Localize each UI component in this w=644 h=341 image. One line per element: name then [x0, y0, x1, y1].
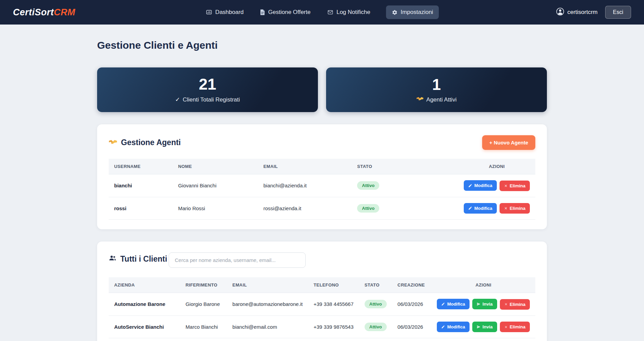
delete-agent-button[interactable]: Elimina — [500, 181, 530, 191]
column-header-creazione: CREAZIONE — [392, 277, 432, 293]
edit-label: Modifica — [447, 301, 465, 307]
logo-text-primary: CertiSort — [13, 7, 54, 17]
client-email: bianchi@email.com — [227, 315, 308, 338]
client-row: Carpenteria Conti S.r.l. Andrea Conti co… — [109, 338, 535, 341]
client-stato: Attivo — [359, 293, 392, 316]
nav-item-impostazioni[interactable]: Impostazioni — [386, 5, 439, 19]
agent-email: rossi@azienda.it — [258, 197, 352, 220]
check-icon: ✓ — [175, 96, 180, 103]
gear-icon — [392, 10, 398, 15]
stat-label-text: Agenti Attivi — [426, 96, 457, 103]
nav-label: Gestione Offerte — [268, 9, 310, 16]
send-client-button[interactable]: Invia — [472, 322, 497, 332]
stat-card-agenti-attivi: 1 Agenti Attivi — [326, 67, 547, 112]
agent-username: rossi — [109, 197, 173, 220]
status-badge: Attivo — [365, 323, 387, 331]
edit-label: Modifica — [447, 324, 465, 329]
client-riferimento: Giorgio Barone — [180, 293, 227, 316]
main-nav: Dashboard Gestione Offerte Log Notifiche — [205, 5, 439, 19]
clients-section: Tutti i Clienti AZIENDA RIFERIMENTO EMAI… — [97, 242, 547, 341]
agents-card-head: Gestione Agenti + Nuovo Agente — [109, 135, 535, 150]
client-azienda: AutoService Bianchi — [109, 315, 180, 338]
client-creazione: 06/03/2026 — [392, 315, 432, 338]
users-icon — [109, 254, 117, 264]
column-header-azioni: AZIONI — [431, 277, 535, 293]
send-label: Invia — [482, 324, 493, 329]
client-email: barone@automazionebarone.it — [227, 293, 308, 316]
client-email: conti@carpenteria.it — [227, 338, 308, 341]
stats-grid: 21 ✓ Clienti Totali Registrati 1 Agenti … — [97, 67, 547, 112]
new-agent-button[interactable]: + Nuovo Agente — [482, 135, 535, 150]
client-stato: Attivo — [359, 315, 392, 338]
client-actions: Modifica Invia Elimina — [431, 315, 535, 338]
client-azienda: Carpenteria Conti S.r.l. — [109, 338, 180, 341]
handshake-icon — [109, 138, 117, 147]
delete-client-button[interactable]: Elimina — [500, 299, 530, 310]
client-stato: Attivo — [359, 338, 392, 341]
logout-button[interactable]: Esci — [605, 6, 631, 19]
client-telefono: +39 338 4455667 — [308, 293, 359, 316]
column-header-stato: STATO — [359, 277, 392, 293]
column-header-azioni: AZIONI — [458, 159, 535, 174]
edit-client-button[interactable]: Modifica — [437, 299, 470, 309]
agent-actions: Modifica Elimina — [458, 174, 535, 197]
nav-label: Log Notifiche — [336, 9, 370, 16]
client-telefono: +39 339 9876543 — [308, 315, 359, 338]
agent-row: bianchi Giovanni Bianchi bianchi@azienda… — [109, 174, 535, 197]
status-badge: Attivo — [357, 181, 379, 190]
column-header-email: EMAIL — [227, 277, 308, 293]
delete-agent-button[interactable]: Elimina — [500, 203, 530, 214]
agent-nome: Mario Rossi — [173, 197, 258, 220]
agent-nome: Giovanni Bianchi — [173, 174, 258, 197]
edit-agent-button[interactable]: Modifica — [464, 203, 497, 214]
agents-section-title: Gestione Agenti — [109, 138, 181, 147]
send-icon — [477, 302, 480, 306]
status-badge: Attivo — [365, 300, 387, 308]
edit-label: Modifica — [474, 206, 492, 211]
send-icon — [477, 325, 480, 329]
client-search-input[interactable] — [169, 252, 306, 268]
logo-text-accent: CRM — [54, 7, 75, 17]
handshake-icon — [416, 96, 424, 103]
column-header-username: USERNAME — [109, 159, 173, 174]
pencil-icon — [468, 184, 472, 188]
header-right: certisortcrm Esci — [556, 6, 631, 19]
agent-email: bianchi@azienda.it — [258, 174, 352, 197]
client-actions: Modifica Invia Elimina — [431, 338, 535, 341]
agent-stato: Attivo — [352, 197, 458, 220]
nav-item-log-notifiche[interactable]: Log Notifiche — [326, 5, 371, 19]
delete-label: Elimina — [510, 206, 525, 211]
stat-value: 21 — [199, 76, 216, 92]
mail-icon — [327, 10, 333, 15]
status-badge: Attivo — [357, 204, 379, 213]
clients-section-title: Tutti i Clienti — [109, 254, 167, 264]
send-client-button[interactable]: Invia — [472, 299, 497, 309]
edit-label: Modifica — [474, 183, 492, 188]
user-menu[interactable]: certisortcrm — [556, 7, 598, 17]
nav-item-dashboard[interactable]: Dashboard — [205, 5, 244, 19]
client-telefono: +39 331 7890123 — [308, 338, 359, 341]
agent-row: rossi Mario Rossi rossi@azienda.it Attiv… — [109, 197, 535, 220]
nav-label: Dashboard — [215, 9, 244, 16]
document-icon — [260, 9, 265, 15]
client-creazione: 06/03/2026 — [392, 338, 432, 341]
client-riferimento: Andrea Conti — [180, 338, 227, 341]
column-header-riferimento: RIFERIMENTO — [180, 277, 227, 293]
page-title: Gestione Clienti e Agenti — [97, 40, 547, 51]
app-header: CertiSortCRM Dashboard Gestione Offerte — [0, 0, 644, 25]
delete-client-button[interactable]: Elimina — [500, 322, 530, 332]
column-header-telefono: TELEFONO — [308, 277, 359, 293]
x-icon — [504, 184, 508, 188]
edit-client-button[interactable]: Modifica — [437, 322, 470, 332]
client-row: AutoService Bianchi Marco Bianchi bianch… — [109, 315, 535, 338]
agents-table: USERNAME NOME EMAIL STATO AZIONI bianchi… — [109, 159, 535, 220]
client-riferimento: Marco Bianchi — [180, 315, 227, 338]
edit-agent-button[interactable]: Modifica — [464, 180, 497, 191]
column-header-stato: STATO — [352, 159, 458, 174]
nav-item-gestione-offerte[interactable]: Gestione Offerte — [259, 5, 311, 19]
client-azienda: Automazione Barone — [109, 293, 180, 316]
pencil-icon — [441, 302, 445, 306]
user-avatar-icon — [556, 7, 564, 17]
dashboard-icon — [206, 9, 212, 16]
stat-label: Agenti Attivi — [416, 96, 457, 103]
